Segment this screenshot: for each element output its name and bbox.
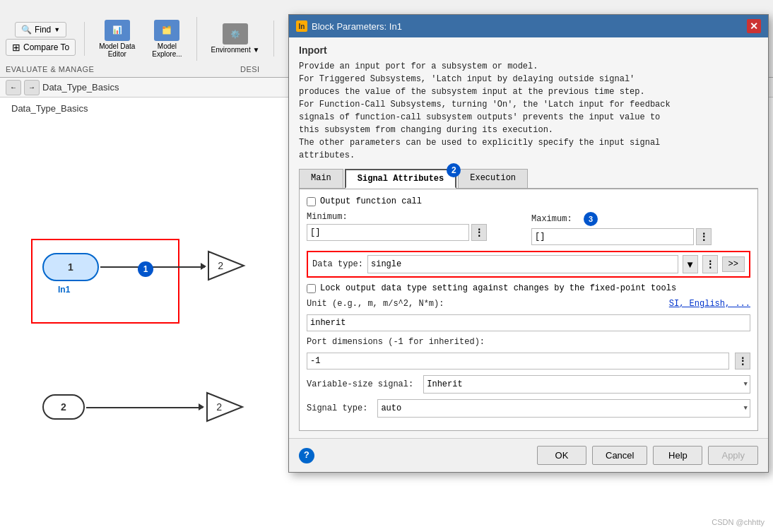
variable-size-select-wrapper: Inherit No Yes — [423, 375, 750, 394]
model-data-editor-icon: 📊 — [105, 20, 130, 41]
minimum-dots-button[interactable]: ⋮ — [471, 224, 487, 241]
badge-1: 1 — [138, 261, 153, 277]
gain-block-2-text: 2 — [216, 402, 222, 413]
toolbar-row-top: 🔍 Find ▼ — [15, 22, 66, 37]
signal-type-select[interactable]: auto real complex — [377, 399, 750, 418]
output-function-call-checkbox[interactable] — [307, 197, 316, 206]
tab-execution-label: Execution — [470, 173, 516, 183]
forward-button[interactable]: → — [24, 80, 40, 95]
conn-line-2 — [86, 407, 203, 408]
block-inport-1[interactable]: 1 — [42, 253, 99, 281]
svg-marker-0 — [208, 252, 244, 280]
lock-output-row: Lock output data type setting against ch… — [307, 283, 750, 293]
maximum-dots-button[interactable]: ⋮ — [696, 228, 712, 245]
variable-size-label: Variable-size signal: — [307, 379, 413, 389]
gain-block-1[interactable]: 2 — [205, 248, 247, 283]
model-explore-icon: 🗂️ — [154, 20, 179, 41]
data-type-label: Data type: — [312, 259, 363, 269]
breadcrumb-path: Data_Type_Basics — [42, 82, 119, 93]
toolbar-section-env: ⚙️ Environment ▼ — [206, 20, 275, 57]
port-dimensions-input-row: ⋮ — [307, 353, 750, 370]
signal-type-select-wrapper: auto real complex — [377, 399, 750, 418]
badge-3: 3 — [584, 212, 598, 226]
minimum-group: Minimum: ⋮ — [307, 212, 526, 245]
toolbar-section-tools: 📊 Model DataEditor 🗂️ ModelExplore... — [93, 17, 196, 61]
dialog-title-text: Block Parameters: In1 — [312, 21, 402, 32]
output-function-call-label: Output function call — [320, 196, 422, 206]
port-dimensions-label: Port dimensions (-1 for inherited): — [307, 337, 485, 347]
find-dropdown-icon[interactable]: ▼ — [54, 26, 60, 33]
maximum-input[interactable] — [531, 228, 694, 245]
help-button[interactable]: Help — [653, 446, 702, 465]
maximum-group: Maximum: 3 ⋮ — [531, 212, 750, 245]
si-link[interactable]: SI, English, ... — [669, 299, 750, 309]
signal-type-row: Signal type: auto real complex — [307, 399, 750, 418]
unit-input[interactable] — [307, 314, 750, 331]
main-window: 🔍 Find ▼ ⊞ Compare To 📊 Model DataEditor — [0, 0, 773, 532]
block-inport-1-name: In1 — [58, 285, 70, 295]
tabs-container: Main Signal Attributes 2 Execution — [299, 169, 758, 189]
tab-signal-attributes-label: Signal Attributes — [358, 174, 444, 184]
gain-block-2-svg: 2 — [203, 389, 246, 425]
dialog-footer: ? OK Cancel Help Apply — [289, 438, 768, 472]
find-label: Find — [35, 25, 51, 35]
output-function-call-row: Output function call — [307, 196, 750, 206]
compare-icon: ⊞ — [12, 42, 20, 53]
model-explore-button[interactable]: 🗂️ ModelExplore... — [146, 17, 187, 61]
design-label: DESI — [240, 64, 260, 74]
block-parameters-dialog[interactable]: In Block Parameters: In1 ✕ Inport Provid… — [288, 14, 769, 473]
search-icon: 🔍 — [21, 25, 32, 35]
dialog-description: Provide an input port for a subsystem or… — [299, 60, 758, 162]
port-dimensions-input[interactable] — [307, 353, 729, 370]
find-button[interactable]: 🔍 Find ▼ — [15, 22, 66, 37]
model-title: Data_Type_Basics — [11, 103, 88, 114]
variable-size-row: Variable-size signal: Inherit No Yes — [307, 375, 750, 394]
help-icon-button[interactable]: ? — [299, 448, 314, 463]
model-data-editor-label: Model DataEditor — [99, 42, 135, 58]
unit-label: Unit (e.g., m, m/s^2, N*m): — [307, 299, 444, 309]
watermark: CSDN @chhtty — [712, 518, 765, 526]
port-dimensions-label-row: Port dimensions (-1 for inherited): — [307, 337, 750, 347]
gain-block-2[interactable]: 2 — [203, 389, 246, 425]
gain-block-1-text: 2 — [218, 261, 223, 272]
block-inport-1-label: 1 — [68, 261, 73, 273]
variable-size-select[interactable]: Inherit No Yes — [423, 375, 750, 394]
minimum-input[interactable] — [307, 224, 469, 241]
dialog-titlebar: In Block Parameters: In1 ✕ — [289, 15, 768, 37]
data-type-input[interactable] — [367, 255, 678, 273]
model-data-editor-button[interactable]: 📊 Model DataEditor — [93, 17, 141, 61]
minimum-label: Minimum: — [307, 212, 526, 222]
cancel-button[interactable]: Cancel — [592, 446, 647, 465]
toolbar-row-compare: ⊞ Compare To — [6, 39, 76, 56]
back-button[interactable]: ← — [6, 80, 21, 95]
data-type-arrow-button[interactable]: >> — [722, 256, 745, 272]
unit-row: Unit (e.g., m, m/s^2, N*m): SI, English,… — [307, 299, 750, 309]
environment-label: Environment ▼ — [211, 46, 260, 54]
data-type-dropdown-button[interactable]: ▼ — [683, 255, 698, 273]
maximum-label: Maximum: — [531, 214, 581, 224]
block-inport-2-label: 2 — [61, 401, 66, 413]
data-type-row: Data type: ▼ ⋮ >> — [307, 251, 750, 278]
port-dimensions-dots-button[interactable]: ⋮ — [735, 353, 750, 370]
unit-input-row — [307, 314, 750, 331]
apply-button[interactable]: Apply — [708, 446, 758, 465]
environment-button[interactable]: ⚙️ Environment ▼ — [206, 20, 266, 57]
dialog-title-icon: In — [296, 20, 307, 32]
min-max-row: Minimum: ⋮ Maximum: 3 — [307, 212, 750, 245]
svg-marker-1 — [207, 393, 242, 421]
compare-to-button[interactable]: ⊞ Compare To — [6, 39, 76, 56]
dialog-close-button[interactable]: ✕ — [747, 19, 761, 33]
block-inport-2[interactable]: 2 — [42, 394, 85, 420]
selection-box — [31, 239, 179, 324]
dialog-section-name: Inport — [299, 45, 758, 56]
tab-content: Output function call Minimum: ⋮ Maximum: — [299, 189, 758, 431]
tab-main[interactable]: Main — [299, 169, 343, 188]
data-type-dots-button[interactable]: ⋮ — [702, 255, 718, 273]
toolbar-section-model: 🔍 Find ▼ ⊞ Compare To — [6, 22, 85, 56]
tab-signal-attributes[interactable]: Signal Attributes 2 — [345, 169, 456, 189]
ok-button[interactable]: OK — [537, 446, 586, 465]
tab-execution[interactable]: Execution — [458, 169, 528, 188]
tab-main-label: Main — [311, 173, 331, 183]
minimum-input-row: ⋮ — [307, 224, 526, 241]
lock-output-checkbox[interactable] — [307, 284, 316, 293]
